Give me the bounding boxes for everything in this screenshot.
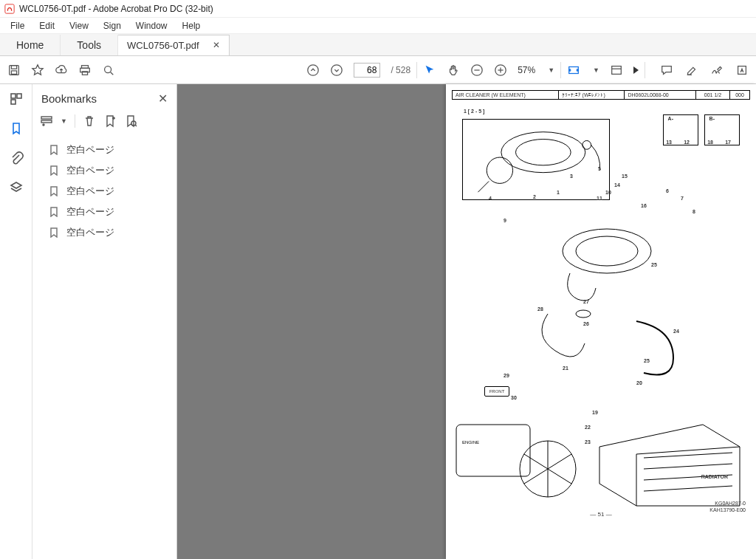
sign-icon[interactable]	[710, 64, 724, 77]
svg-line-46	[644, 464, 732, 469]
bookmark-item[interactable]: 空白ページ	[40, 202, 169, 222]
svg-rect-2	[11, 65, 16, 69]
bookmark-ribbon-icon	[49, 227, 59, 238]
svg-point-9	[308, 64, 318, 75]
engine-illustration: ENGINE	[452, 410, 592, 521]
diagram-end: 000	[730, 91, 749, 99]
cloud-upload-icon[interactable]	[55, 64, 68, 77]
bookmark-item[interactable]: 空白ページ	[40, 181, 169, 202]
callout-15: 15	[622, 174, 628, 179]
callout-2: 2	[533, 194, 536, 199]
page-background	[177, 84, 446, 559]
svg-rect-1	[10, 65, 19, 75]
main-area: Bookmarks ✕ ▼ 空白ページ 空白ページ 空白ページ 空白ページ 空白…	[0, 84, 756, 559]
bookmark-item[interactable]: 空白ページ	[40, 140, 169, 160]
acrobat-app-icon	[4, 4, 15, 14]
bookmark-label: 空白ページ	[66, 143, 114, 157]
diagram-header-row: AIR CLEANER (W ELEMENT) ｸﾘｰﾅ:ｴｱ (Wｴﾚﾒﾝﾄ)…	[452, 90, 750, 100]
search-icon[interactable]	[102, 64, 115, 77]
print-icon[interactable]	[78, 64, 92, 77]
close-tab-icon[interactable]: ✕	[213, 40, 220, 50]
toolbar-separator	[416, 62, 417, 78]
toolbar-separator	[645, 62, 645, 78]
svg-point-31	[487, 157, 512, 183]
menu-help[interactable]: Help	[175, 19, 208, 32]
callout-10: 10	[605, 190, 611, 195]
callout-29: 29	[504, 373, 509, 378]
svg-rect-36	[456, 425, 530, 476]
highlight-icon[interactable]	[685, 64, 698, 77]
bookmarks-icon[interactable]	[9, 121, 24, 136]
bookmark-ribbon-icon	[49, 207, 59, 217]
bookmark-item[interactable]: 空白ページ	[40, 222, 169, 243]
tab-tools[interactable]: Tools	[61, 35, 118, 55]
bookmark-label: 空白ページ	[66, 164, 114, 177]
svg-point-34	[576, 236, 638, 266]
callout-20: 20	[636, 380, 642, 385]
bookmark-item[interactable]: 空白ページ	[40, 160, 169, 181]
menu-window[interactable]: Window	[128, 19, 175, 32]
page-down-icon[interactable]	[330, 64, 343, 77]
options-dropdown-icon[interactable]: ▼	[61, 117, 67, 125]
diagram-page: 001 1/2	[696, 91, 730, 99]
delete-bookmark-icon[interactable]	[83, 114, 96, 128]
close-panel-icon[interactable]: ✕	[158, 92, 168, 106]
callout-17: 17	[725, 140, 731, 145]
fit-dropdown-icon[interactable]: ▼	[593, 66, 599, 74]
window-title: WCL0756-0T.pdf - Adobe Acrobat Pro DC (3…	[19, 4, 213, 14]
bookmarks-toolbar: ▼	[32, 112, 176, 135]
find-bookmark-icon[interactable]	[124, 114, 137, 128]
document-tab[interactable]: WCL0756-0T.pdf ✕	[118, 35, 230, 55]
bookmark-options-icon[interactable]	[40, 114, 53, 128]
bookmarks-panel: Bookmarks ✕ ▼ 空白ページ 空白ページ 空白ページ 空白ページ 空白…	[32, 84, 177, 559]
hand-icon[interactable]	[447, 64, 460, 77]
save-icon[interactable]	[7, 64, 21, 77]
window-title-bar: WCL0756-0T.pdf - Adobe Acrobat Pro DC (3…	[0, 0, 756, 18]
expand-tools-icon[interactable]	[633, 66, 639, 74]
svg-point-26	[43, 124, 44, 126]
page-up-icon[interactable]	[306, 64, 320, 77]
zoom-in-icon[interactable]	[494, 64, 507, 77]
new-bookmark-icon[interactable]	[103, 114, 117, 128]
thumbnails-icon[interactable]	[9, 92, 24, 106]
svg-rect-25	[41, 120, 52, 123]
diagram-code: DH0602L0088-00	[625, 91, 696, 99]
star-icon[interactable]	[31, 64, 44, 77]
menu-view[interactable]: View	[62, 19, 96, 32]
menu-sign[interactable]: Sign	[96, 19, 128, 32]
bookmarks-title: Bookmarks	[41, 92, 97, 105]
read-mode-icon[interactable]	[610, 64, 623, 77]
svg-line-48	[644, 486, 732, 491]
svg-line-28	[135, 125, 137, 126]
fit-width-icon[interactable]	[567, 64, 580, 77]
page-total-label: / 528	[391, 65, 410, 75]
bookmark-ribbon-icon	[49, 186, 59, 196]
label-b-minus: B-	[709, 116, 715, 121]
diagram-footer-page: — 51 —	[590, 511, 611, 518]
pointer-icon[interactable]	[423, 64, 436, 77]
tab-home[interactable]: Home	[0, 35, 61, 55]
callout-30: 30	[511, 395, 517, 400]
page-number-input[interactable]	[354, 63, 380, 78]
attachments-icon[interactable]	[9, 151, 24, 165]
zoom-dropdown-icon[interactable]: ▼	[548, 66, 554, 74]
sidebar-nav-rail	[0, 84, 32, 559]
comment-icon[interactable]	[660, 64, 673, 77]
document-view[interactable]: AIR CLEANER (W ELEMENT) ｸﾘｰﾅ:ｴｱ (Wｴﾚﾒﾝﾄ)…	[177, 84, 756, 559]
callout-7: 7	[681, 196, 684, 201]
diagram-section: 1 [ 2 - 5 ]	[464, 109, 484, 114]
stamp-icon[interactable]	[735, 64, 749, 77]
zoom-level-label[interactable]: 57%	[518, 65, 535, 75]
menu-file[interactable]: File	[3, 19, 32, 32]
svg-point-7	[105, 66, 111, 72]
menu-edit[interactable]: Edit	[32, 19, 62, 32]
callout-12: 12	[684, 140, 690, 145]
svg-text:ENGINE: ENGINE	[462, 440, 479, 445]
callout-21: 21	[563, 366, 568, 371]
pdf-page: AIR CLEANER (W ELEMENT) ｸﾘｰﾅ:ｴｱ (Wｴﾚﾒﾝﾄ)…	[446, 84, 756, 559]
bookmark-label: 空白ページ	[66, 205, 114, 219]
layers-icon[interactable]	[9, 180, 24, 195]
callout-4: 4	[489, 196, 492, 201]
zoom-out-icon[interactable]	[470, 64, 484, 77]
svg-point-35	[576, 310, 591, 318]
